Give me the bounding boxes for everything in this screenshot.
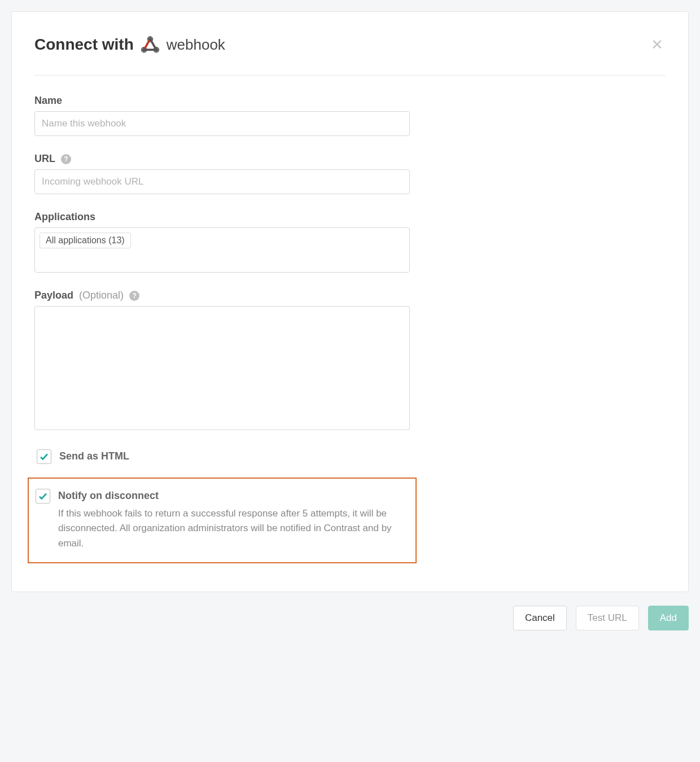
svg-point-4 bbox=[142, 49, 145, 51]
url-label: URL bbox=[34, 153, 55, 165]
application-tag[interactable]: All applications (13) bbox=[40, 233, 131, 248]
name-group: Name bbox=[34, 95, 410, 136]
modal-footer: Cancel Test URL Add bbox=[11, 606, 689, 630]
checkmark-icon bbox=[39, 452, 49, 462]
help-icon[interactable]: ? bbox=[61, 154, 71, 164]
close-icon: ✕ bbox=[651, 36, 663, 53]
name-label: Name bbox=[34, 95, 62, 107]
notify-disconnect-description: If this webhook fails to return a succes… bbox=[58, 506, 409, 551]
modal-title: Connect with webhook bbox=[34, 33, 225, 56]
applications-group: Applications All applications (13) bbox=[34, 211, 410, 273]
payload-optional: (Optional) bbox=[79, 290, 124, 301]
cancel-button[interactable]: Cancel bbox=[513, 606, 567, 630]
notify-disconnect-label: Notify on disconnect bbox=[58, 489, 409, 502]
add-button[interactable]: Add bbox=[648, 606, 689, 630]
url-input[interactable] bbox=[34, 169, 410, 194]
help-icon[interactable]: ? bbox=[129, 291, 139, 301]
notify-disconnect-highlight: Notify on disconnect If this webhook fai… bbox=[28, 478, 417, 563]
send-html-group: Send as HTML bbox=[34, 449, 410, 464]
payload-group: Payload (Optional) ? bbox=[34, 290, 410, 432]
brand-word: webhook bbox=[167, 36, 225, 54]
notify-disconnect-checkbox[interactable] bbox=[36, 489, 50, 503]
send-html-checkbox[interactable] bbox=[37, 449, 51, 464]
close-button[interactable]: ✕ bbox=[649, 35, 666, 54]
form-area: Name URL ? Applications All applications… bbox=[34, 95, 410, 563]
title-prefix: Connect with bbox=[34, 36, 134, 54]
webhook-logo-icon bbox=[138, 33, 162, 56]
svg-point-5 bbox=[155, 49, 158, 51]
payload-textarea[interactable] bbox=[34, 306, 410, 430]
svg-point-3 bbox=[148, 38, 151, 41]
connect-webhook-modal: Connect with webhook ✕ bbox=[11, 11, 689, 592]
name-input[interactable] bbox=[34, 111, 410, 136]
send-html-label: Send as HTML bbox=[59, 449, 129, 462]
applications-input[interactable]: All applications (13) bbox=[34, 227, 410, 273]
applications-label: Applications bbox=[34, 211, 95, 223]
test-url-button[interactable]: Test URL bbox=[576, 606, 639, 630]
modal-header: Connect with webhook ✕ bbox=[34, 33, 666, 76]
checkmark-icon bbox=[38, 491, 48, 501]
payload-label: Payload bbox=[34, 290, 73, 301]
url-group: URL ? bbox=[34, 153, 410, 194]
